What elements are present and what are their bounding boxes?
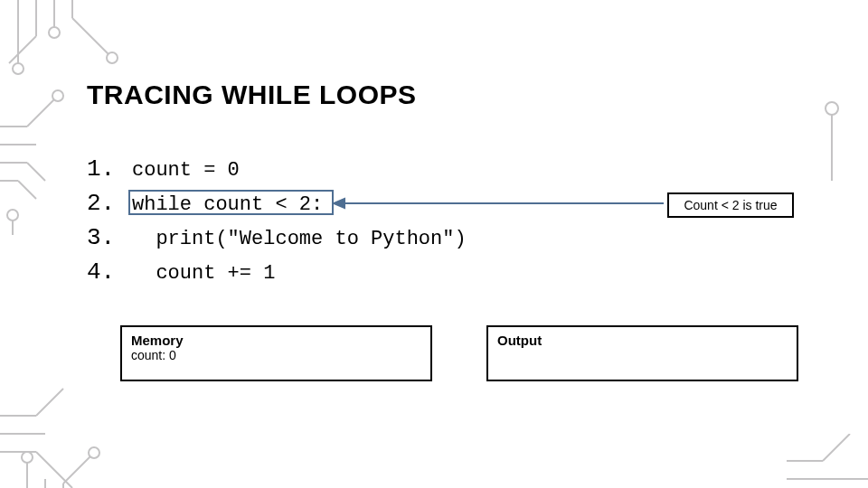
svg-line-14 [27,163,45,181]
output-title: Output [497,333,788,348]
code-block: 1. count = 0 2. while count < 2: 3. prin… [87,155,467,293]
annotation-arrow [334,194,668,212]
output-panel: Output [486,325,798,381]
circuit-decoration-bottom-right [787,434,868,488]
current-line-highlight [128,190,334,215]
svg-point-31 [826,102,838,115]
svg-marker-38 [334,199,344,208]
annotation-box: Count < 2 is true [667,192,794,218]
line-number: 4. [87,258,132,286]
code-line-3: 3. print("Welcome to Python") [87,224,467,258]
slide-title: TRACING WHILE LOOPS [87,80,417,110]
svg-line-20 [36,389,63,416]
code-text: count = 0 [132,159,240,182]
svg-line-10 [27,99,54,127]
svg-point-1 [13,63,24,74]
line-number: 3. [87,224,132,251]
svg-point-25 [22,452,33,463]
line-number: 2. [87,190,132,217]
svg-line-34 [823,434,850,461]
annotation-text: Count < 2 is true [684,198,777,212]
circuit-decoration-top-right [814,0,868,181]
memory-body: count: 0 [131,348,421,362]
svg-line-28 [63,456,90,483]
svg-line-7 [72,18,108,54]
code-text: count += 1 [132,262,275,285]
svg-point-29 [89,447,99,458]
circuit-decoration-bottom-left [0,380,181,488]
svg-point-17 [7,210,18,221]
memory-panel: Memory count: 0 [120,325,432,381]
line-number: 1. [87,155,132,183]
svg-line-16 [18,181,36,199]
code-line-4: 4. count += 1 [87,258,467,293]
svg-point-5 [49,27,60,38]
svg-line-23 [36,452,72,488]
code-text: print("Welcome to Python") [132,228,467,250]
svg-line-3 [9,36,36,63]
memory-title: Memory [131,333,421,348]
svg-point-8 [107,52,118,63]
code-line-1: 1. count = 0 [87,155,467,190]
svg-point-11 [52,90,63,101]
